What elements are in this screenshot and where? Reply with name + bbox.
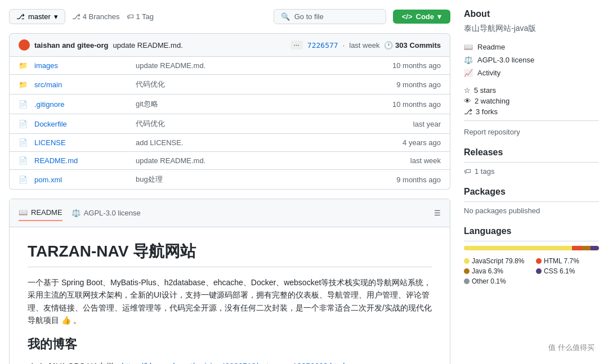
forks-count: 3 forks [476, 107, 498, 116]
lang-bar-segment [572, 246, 582, 250]
readme-blog-title: 我的博客 [28, 336, 432, 353]
lang-legend-item: CSS 6.1% [536, 267, 599, 275]
lang-name: CSS 6.1% [544, 267, 575, 275]
lang-name: Other 0.1% [472, 277, 506, 285]
file-name[interactable]: LICENSE [34, 138, 136, 147]
tab-license[interactable]: ⚖️ AGPL-3.0 license [71, 209, 141, 217]
code-icon: </> [402, 12, 413, 21]
folder-icon: 📁 [19, 80, 30, 89]
branches-link[interactable]: ⎇ 4 Branches [72, 12, 120, 21]
sidebar-link-item[interactable]: 📖Readme [464, 41, 599, 53]
lang-bar-segment [591, 246, 599, 250]
stars-count: 5 stars [474, 86, 496, 95]
tab-license-label: AGPL-3.0 license [84, 209, 141, 217]
file-name[interactable]: pom.xml [34, 176, 136, 184]
file-time: last year [413, 120, 441, 128]
commits-count-link[interactable]: 303 Commits [395, 41, 441, 50]
fork-icon: ⎇ [464, 107, 472, 116]
code-button[interactable]: </> Code ▾ [393, 10, 450, 24]
eye-icon: 👁 [464, 97, 471, 105]
lang-name: HTML 7.7% [544, 257, 579, 265]
sidebar-link-item[interactable]: 📈Activity [464, 66, 599, 79]
branch-count-icon: ⎇ [72, 12, 81, 21]
lang-dot [464, 258, 470, 264]
sidebar-link-item[interactable]: ⚖️AGPL-3.0 license [464, 53, 599, 66]
tags-link[interactable]: 🏷 1 Tag [127, 12, 154, 21]
list-icon[interactable]: ☰ [434, 209, 441, 217]
tab-readme-label: README [31, 208, 62, 217]
no-packages-label: No packages published [464, 206, 599, 215]
list-item: 1. JAVA OPC UA专栏：https://blog.csdn.net/w… [39, 359, 432, 364]
lang-dot [464, 278, 470, 284]
commits-count: 303 Commits [395, 41, 441, 50]
file-icon: 📄 [19, 176, 30, 184]
forks-stat[interactable]: ⎇ 3 forks [464, 107, 599, 116]
table-row: 📄 LICENSE add LICENSE. 4 years ago [10, 134, 450, 152]
releases-divider [464, 162, 599, 163]
license-icon: ⚖️ [71, 209, 81, 217]
file-time: 9 months ago [396, 80, 441, 89]
lang-legend-item: Other 0.1% [464, 277, 527, 285]
file-name[interactable]: Dockerfile [34, 120, 136, 128]
readme-body: TARZAN-NAV 导航网站 一个基于 Spring Boot、MyBatis… [10, 227, 450, 364]
file-name[interactable]: README.md [34, 156, 136, 165]
repo-description: 泰山导航网站-java版 [464, 24, 599, 34]
file-icon: 📄 [19, 120, 30, 128]
file-icon: 📄 [19, 100, 30, 109]
repo-toolbar: ⎇ master ▾ ⎇ 4 Branches 🏷 1 Tag 🔍 Go to … [9, 9, 450, 24]
commit-relative-time: last week [349, 41, 379, 50]
sidebar-stats: ☆ 5 stars 👁 2 watching ⎇ 3 forks [464, 86, 599, 116]
table-row: 📄 Dockerfile 代码优化 last year [10, 114, 450, 134]
language-bar [464, 246, 599, 250]
file-message: bug处理 [136, 174, 396, 185]
commit-hash[interactable]: 7226577 [307, 41, 338, 50]
goto-file-search[interactable]: 🔍 Go to file [274, 9, 386, 24]
blog-link[interactable]: https://blog.csdn.net/weixin_40986713/ca… [122, 362, 345, 364]
readme-description: 一个基于 Spring Boot、MyBatis-Plus、h2database… [28, 276, 432, 327]
readme-header: 📖 README ⚖️ AGPL-3.0 license ☰ [10, 199, 450, 227]
watching-count: 2 watching [475, 97, 509, 105]
readme-actions: ☰ [434, 209, 441, 217]
tags-count: 1 Tag [136, 12, 154, 21]
stars-stat[interactable]: ☆ 5 stars [464, 86, 599, 95]
file-message: add LICENSE. [136, 138, 403, 147]
sidebar-links: 📖Readme⚖️AGPL-3.0 license📈Activity [464, 41, 599, 79]
star-icon: ☆ [464, 86, 471, 95]
table-row: 📄 .gitignore git忽略 10 months ago [10, 95, 450, 114]
file-name[interactable]: .gitignore [34, 100, 136, 109]
file-name[interactable]: images [34, 61, 136, 70]
author2[interactable]: gitee-org [77, 41, 109, 50]
branch-button[interactable]: ⎇ master ▾ [9, 9, 65, 24]
lang-legend-item: Java 6.3% [464, 267, 527, 275]
language-legend: JavaScript 79.8%HTML 7.7%Java 6.3%CSS 6.… [464, 257, 599, 285]
branch-label: master [28, 12, 51, 21]
file-time: 9 months ago [396, 176, 441, 184]
watermark: 值 什么值得买 [544, 340, 599, 355]
tab-readme[interactable]: 📖 README [19, 205, 62, 221]
file-name[interactable]: src/main [34, 80, 136, 89]
readme-title: TARZAN-NAV 导航网站 [28, 241, 432, 267]
lang-dot [536, 268, 542, 274]
search-icon: 🔍 [281, 12, 290, 21]
lang-legend-item: JavaScript 79.8% [464, 257, 527, 265]
code-chevron-icon: ▾ [437, 12, 441, 21]
tag-icon: 🏷 [127, 12, 134, 21]
table-row: 📄 README.md update README.md. last week [10, 152, 450, 170]
languages-divider [464, 241, 599, 241]
author1[interactable]: taishan [34, 41, 60, 50]
file-message: 代码优化 [136, 119, 413, 129]
tags-label: 1 tags [475, 167, 494, 176]
file-time: 10 months ago [392, 100, 441, 109]
file-icon: 📄 [19, 138, 30, 147]
report-repository[interactable]: Report repository [464, 120, 599, 136]
commit-authors: taishan and gitee-org [34, 41, 109, 50]
clock-icon: 🕐 [384, 41, 393, 50]
folder-icon: 📁 [19, 61, 30, 70]
file-table: 📁 images update README.md. 10 months ago… [9, 57, 450, 190]
packages-title: Packages [464, 187, 599, 197]
commit-time: · [343, 41, 345, 50]
watching-stat[interactable]: 👁 2 watching [464, 97, 599, 105]
tag-icon-small: 🏷 [464, 167, 471, 176]
file-message: git忽略 [136, 99, 392, 109]
tags-row[interactable]: 🏷 1 tags [464, 167, 599, 176]
